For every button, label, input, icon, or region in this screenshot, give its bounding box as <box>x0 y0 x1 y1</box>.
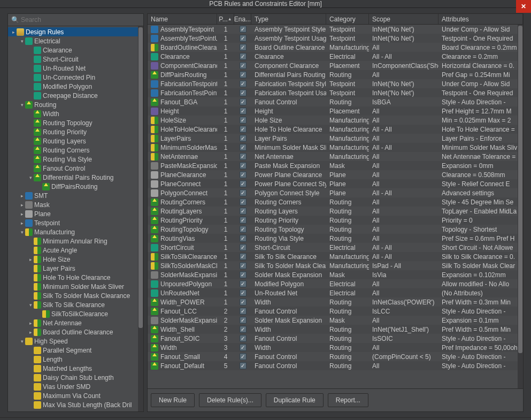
grid-scrollbar[interactable] <box>518 25 523 388</box>
enabled-checkbox[interactable]: ✓ <box>240 135 247 142</box>
table-row[interactable]: NetAntennae1✓Net AntennaeManufacturingAl… <box>148 152 518 161</box>
enabled-checkbox[interactable]: ✓ <box>240 44 247 51</box>
expand-icon[interactable]: ▾ <box>19 102 25 108</box>
tree-scrollbar[interactable] <box>138 26 143 411</box>
table-row[interactable]: PlaneClearance1✓Power Plane ClearancePla… <box>148 170 518 179</box>
tree-item[interactable]: Routing Corners <box>8 146 143 155</box>
tree-item[interactable]: Length <box>8 355 143 364</box>
enabled-checkbox[interactable]: ✓ <box>240 62 247 69</box>
tree-item[interactable]: Layer Pairs <box>8 264 143 273</box>
enabled-checkbox[interactable]: ✓ <box>240 217 247 224</box>
table-row[interactable]: LayerPairs1✓Layer PairsManufacturingAllL… <box>148 134 518 143</box>
table-row[interactable]: Width3✓WidthRoutingAllPref Impedance = 5… <box>148 343 518 352</box>
enabled-checkbox[interactable]: ✓ <box>240 299 247 306</box>
table-row[interactable]: SolderMaskExpansion_11✓Solder Mask Expan… <box>148 270 518 279</box>
table-row[interactable]: Width_Shell2✓WidthRoutingInNet('NetJ1_Sh… <box>148 325 518 334</box>
table-row[interactable]: Width_POWER1✓WidthRoutingInNetClass('POW… <box>148 297 518 307</box>
tree-item[interactable]: ▸SMT <box>8 191 143 200</box>
expand-icon[interactable]: ▸ <box>19 202 25 208</box>
tree-item[interactable]: Routing Via Style <box>8 155 143 164</box>
table-row[interactable]: Fanout_Small4✓Fanout ControlRouting(Comp… <box>148 352 518 361</box>
column-type[interactable]: Type <box>251 14 326 24</box>
expand-icon[interactable]: ▸ <box>19 211 25 217</box>
tree-item[interactable]: Daisy Chain Stub Length <box>8 373 143 382</box>
table-row[interactable]: HoleSize1✓Hole SizeManufacturingAllMin =… <box>148 116 518 125</box>
enabled-checkbox[interactable]: ✓ <box>240 126 247 133</box>
tree-item[interactable]: ▾Routing <box>8 100 143 109</box>
tree-item[interactable]: ▸Testpoint <box>8 218 143 227</box>
table-row[interactable]: FabricationTestPointUs1✓Fabrication Test… <box>148 88 518 97</box>
tree-item[interactable]: Max Via Stub Length (Back Dril <box>8 400 143 409</box>
column-priority[interactable]: P... <box>217 14 234 24</box>
table-row[interactable]: Height1✓HeightPlacementAllPref Height = … <box>148 106 518 116</box>
table-row[interactable]: RoutingTopology1✓Routing TopologyRouting… <box>148 225 518 234</box>
tree-item[interactable]: Un-Connected Pin <box>8 73 143 82</box>
tree-item[interactable]: Fanout Control <box>8 164 143 173</box>
table-row[interactable]: MinimumSolderMaskSl1✓Minimum Solder Mask… <box>148 143 518 152</box>
enabled-checkbox[interactable]: ✓ <box>240 80 247 87</box>
enabled-checkbox[interactable]: ✓ <box>240 244 247 251</box>
expand-icon[interactable]: ▾ <box>27 302 34 308</box>
enabled-checkbox[interactable]: ✓ <box>240 26 247 33</box>
table-row[interactable]: Fanout_Default5✓Fanout ControlRoutingAll… <box>148 361 518 370</box>
tree-item[interactable]: Un-Routed Net <box>8 64 143 73</box>
table-row[interactable]: RoutingVias1✓Routing Via StyleRoutingAll… <box>148 234 518 243</box>
table-row[interactable]: HoleToHoleClearance1✓Hole To Hole Cleara… <box>148 125 518 134</box>
enabled-checkbox[interactable]: ✓ <box>240 198 247 205</box>
table-row[interactable]: RoutingLayers1✓Routing LayersRoutingAllT… <box>148 207 518 216</box>
enabled-checkbox[interactable]: ✓ <box>240 171 247 178</box>
expand-icon[interactable]: ▾ <box>27 175 34 180</box>
tree-item[interactable]: Creepage Distance <box>8 91 143 100</box>
expand-icon[interactable]: ▸ <box>10 29 17 35</box>
tree-item[interactable]: Matched Lengths <box>8 364 143 373</box>
table-row[interactable]: SolderMaskExpansion_22✓Solder Mask Expan… <box>148 316 518 325</box>
enabled-checkbox[interactable]: ✓ <box>240 289 247 296</box>
table-row[interactable]: Clearance1✓ClearanceElectricalAll - AllC… <box>148 52 518 61</box>
table-row[interactable]: FabricationTestpoint1✓Fabrication Testpo… <box>148 79 518 88</box>
new-rule-button[interactable]: New Rule <box>151 393 195 407</box>
tree-item[interactable]: ▾Electrical <box>8 36 143 45</box>
enabled-checkbox[interactable]: ✓ <box>240 89 247 96</box>
tree-item[interactable]: Maximum Via Count <box>8 391 143 400</box>
expand-icon[interactable]: ▸ <box>19 193 25 198</box>
enabled-checkbox[interactable]: ✓ <box>240 226 247 233</box>
enabled-checkbox[interactable]: ✓ <box>240 235 247 242</box>
enabled-checkbox[interactable]: ✓ <box>240 353 247 360</box>
column-category[interactable]: Category <box>326 14 369 24</box>
tree-item[interactable]: Hole To Hole Clearance <box>8 273 143 282</box>
tree-item[interactable]: Acute Angle <box>8 246 143 255</box>
enabled-checkbox[interactable]: ✓ <box>240 308 247 315</box>
tree-item[interactable]: Width <box>8 109 143 118</box>
table-row[interactable]: RoutingCorners1✓Routing CornersRoutingAl… <box>148 197 518 207</box>
tree-item[interactable]: Clearance <box>8 45 143 55</box>
table-row[interactable]: RoutingPriority1✓Routing PriorityRouting… <box>148 216 518 225</box>
tree-item[interactable]: Silk To Solder Mask Clearance <box>8 291 143 300</box>
delete-rule-button[interactable]: Delete Rule(s)... <box>199 393 261 407</box>
enabled-checkbox[interactable]: ✓ <box>240 180 247 187</box>
enabled-checkbox[interactable]: ✓ <box>240 35 247 42</box>
table-row[interactable]: PlaneConnect1✓Power Plane Connect StylPl… <box>148 179 518 188</box>
search-input[interactable] <box>21 16 140 24</box>
column-scope[interactable]: Scope <box>369 14 438 24</box>
tree-item[interactable]: ▾Silk To Silk Clearance <box>8 300 143 309</box>
rules-tree[interactable]: ▸Design Rules▾ElectricalClearanceShort-C… <box>8 26 143 411</box>
tree-item[interactable]: Modified Polygon <box>8 82 143 91</box>
enabled-checkbox[interactable]: ✓ <box>240 117 247 124</box>
enabled-checkbox[interactable]: ✓ <box>240 280 247 287</box>
enabled-checkbox[interactable]: ✓ <box>240 344 247 351</box>
tree-item[interactable]: ▸Hole Size <box>8 255 143 264</box>
expand-icon[interactable]: ▸ <box>27 320 34 326</box>
enabled-checkbox[interactable]: ✓ <box>240 317 247 324</box>
column-name[interactable]: Name <box>148 14 217 24</box>
enabled-checkbox[interactable]: ✓ <box>240 144 247 151</box>
enabled-checkbox[interactable]: ✓ <box>240 262 247 269</box>
table-row[interactable]: Fanout_SOIC3✓Fanout ControlRoutingIsSOIC… <box>148 334 518 343</box>
table-row[interactable]: Fanout_BGA1✓Fanout ControlRoutingIsBGASt… <box>148 97 518 106</box>
enabled-checkbox[interactable]: ✓ <box>240 208 247 215</box>
tree-item[interactable]: Minimum Annular Ring <box>8 236 143 246</box>
column-enabled[interactable]: Ena... <box>234 14 251 24</box>
enabled-checkbox[interactable]: ✓ <box>240 162 247 169</box>
enabled-checkbox[interactable]: ✓ <box>240 153 247 160</box>
table-row[interactable]: UnpouredPolygon1✓Modified PolygonElectri… <box>148 279 518 288</box>
enabled-checkbox[interactable]: ✓ <box>240 189 247 196</box>
